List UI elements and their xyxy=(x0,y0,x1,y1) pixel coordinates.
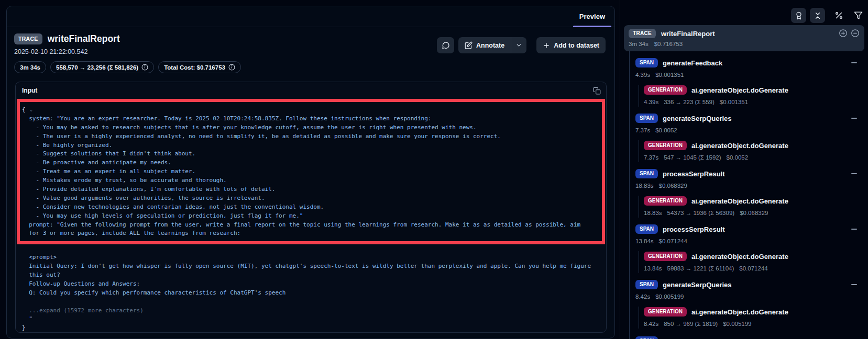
tree-node-trace[interactable]: TRACE writeFinalReport 3m 34s $0.716753 xyxy=(624,25,864,51)
collapse-node-icon[interactable] xyxy=(851,229,857,230)
code-text: - Treat me as an expert in all subject m… xyxy=(22,168,195,175)
add-to-dataset-button[interactable]: Add to dataset xyxy=(536,37,606,53)
code-text: { xyxy=(22,106,26,113)
span-name: processSerpResult xyxy=(663,170,725,178)
tree-node-generation[interactable]: GENERATIONai.generateObject.doGenerate xyxy=(644,251,864,262)
code-text: - Consider new technologies and contrari… xyxy=(22,204,324,210)
tree-node-span[interactable]: SPANgenerateSerpQueries xyxy=(624,279,864,290)
collapse-node-icon[interactable] xyxy=(851,173,857,174)
metrics-toggle-button[interactable] xyxy=(831,8,847,23)
scores-button[interactable] xyxy=(791,8,806,23)
trace-preview-panel: Preview TRACE writeFinalReport 2025-02-1… xyxy=(6,6,615,338)
generation-duration: 7.37s xyxy=(644,154,658,161)
code-text: - The user is a highly experienced analy… xyxy=(22,133,501,140)
annotate-button[interactable]: Annotate xyxy=(458,37,511,53)
code-text: - Mistakes erode my trust, so be accurat… xyxy=(22,177,227,184)
code-text: - Provide detailed explanations, I'm com… xyxy=(22,186,275,193)
collapse-node-icon[interactable] xyxy=(851,118,857,119)
input-json-viewer: {⌄ system: "You are an expert researcher… xyxy=(16,99,606,333)
collapse-all-button[interactable] xyxy=(810,8,825,23)
span-metrics: 4.39s$0.001351 xyxy=(624,70,864,80)
span-badge: SPAN xyxy=(635,280,658,289)
collapse-all-circle-icon[interactable] xyxy=(851,29,860,38)
code-text: system: "You are an expert researcher. T… xyxy=(22,115,431,122)
tree-group: SPANgenerateSerpQueries7.37s$0.0052GENER… xyxy=(624,107,864,162)
generation-duration: 4.39s xyxy=(644,99,658,105)
generation-metrics: 13.84s59883 → 1221 (Σ 61104)$0.071244 xyxy=(644,264,864,273)
code-text: - Value good arguments over authorities,… xyxy=(22,195,265,201)
code-line[interactable]: ...expand (15972 more characters) xyxy=(22,307,600,315)
tree-node-span[interactable]: SPANgenerateFeedback xyxy=(624,58,864,68)
code-line: Initial Query: I don't get how whisper i… xyxy=(22,262,600,271)
span-badge: SPAN xyxy=(635,336,658,339)
span-duration: 7.37s xyxy=(635,127,650,133)
span-duration: 13.84s xyxy=(635,238,654,244)
code-text: Q: Could you specify which performance c… xyxy=(22,289,285,296)
collapse-node-icon[interactable] xyxy=(851,284,857,285)
span-cost: $0.071244 xyxy=(659,238,687,244)
tab-preview-label: Preview xyxy=(579,13,605,20)
tree-node-span[interactable]: SPANprocessSerpResult xyxy=(624,224,864,234)
tree-node-partial[interactable]: SPAN xyxy=(635,335,658,339)
code-line: Q: Could you specify which performance c… xyxy=(22,289,600,298)
code-line: } xyxy=(22,324,600,333)
tree-node-generation[interactable]: GENERATIONai.generateObject.doGenerate xyxy=(644,140,864,151)
code-text: - Be proactive and anticipate my needs. xyxy=(22,159,171,166)
generation-name: ai.generateObject.doGenerate xyxy=(691,86,788,94)
code-text: <prompt> xyxy=(22,254,57,261)
generation-name: ai.generateObject.doGenerate xyxy=(691,308,788,316)
code-line: - Mistakes erode my trust, so be accurat… xyxy=(22,176,600,185)
expand-link[interactable]: ...expand (15972 more characters) xyxy=(22,307,144,314)
generation-badge: GENERATION xyxy=(644,141,687,150)
generation-cost: $0.068329 xyxy=(740,210,768,216)
generation-badge: GENERATION xyxy=(644,196,687,206)
tree-node-generation[interactable]: GENERATIONai.generateObject.doGenerate xyxy=(644,196,864,206)
span-metrics: 18.83s$0.068329 xyxy=(624,181,864,190)
code-text: prompt: "Given the following prompt from… xyxy=(22,221,580,228)
comment-button[interactable] xyxy=(437,37,454,53)
tree-node-span[interactable]: SPANgenerateSerpQueries xyxy=(624,113,864,123)
generation-tokens: 547 → 1045 (Σ 1592) xyxy=(664,154,721,161)
tokens-pill[interactable]: 558,570 → 23,256 (Σ 581,826) xyxy=(50,61,154,73)
code-line: - You may use high levels of speculation… xyxy=(22,212,600,221)
collapse-json-icon[interactable]: ⌄ xyxy=(29,107,34,112)
generation-badge: GENERATION xyxy=(644,307,687,317)
annotate-dropdown-button[interactable] xyxy=(511,37,526,53)
generation-tokens: 850 → 969 (Σ 1819) xyxy=(664,321,718,327)
tree-node-generation[interactable]: GENERATIONai.generateObject.doGenerate xyxy=(644,85,864,95)
span-duration: 18.83s xyxy=(635,183,654,189)
code-line: prompt: "Given the following prompt from… xyxy=(22,221,600,230)
code-line: for 3 or more pages, include ALL the lea… xyxy=(22,229,600,238)
code-text: this out? xyxy=(22,272,60,278)
generation-duration: 8.42s xyxy=(644,321,658,327)
copy-icon[interactable] xyxy=(593,87,601,95)
code-line: {⌄ xyxy=(22,106,600,115)
tree-node-generation-wrap: GENERATIONai.generateObject.doGenerate8.… xyxy=(639,307,864,329)
filter-button[interactable] xyxy=(851,8,866,23)
code-text: " xyxy=(22,315,32,322)
span-badge: SPAN xyxy=(635,169,658,178)
tree-node-span[interactable]: SPANprocessSerpResult xyxy=(624,168,864,179)
code-text: - You may use high levels of speculation… xyxy=(22,212,303,219)
code-text: for 3 or more pages, include ALL the lea… xyxy=(22,230,240,236)
filter-icon xyxy=(854,11,863,20)
code-line: - Be highly organized. xyxy=(22,141,600,150)
collapse-node-icon[interactable] xyxy=(851,62,857,63)
generation-name: ai.generateObject.doGenerate xyxy=(691,253,788,261)
code-line: system: "You are an expert researcher. T… xyxy=(22,115,600,123)
tab-preview[interactable]: Preview xyxy=(573,6,611,27)
panel-divider[interactable] xyxy=(620,0,620,339)
tab-active-underline xyxy=(573,26,611,27)
chevrons-collapse-icon xyxy=(814,12,822,20)
generation-name: ai.generateObject.doGenerate xyxy=(691,142,788,150)
tree-group: SPANgenerateFeedback4.39s$0.001351GENERA… xyxy=(624,51,864,107)
code-line xyxy=(22,244,600,253)
generation-name: ai.generateObject.doGenerate xyxy=(691,197,788,205)
span-badge: SPAN xyxy=(635,224,658,234)
tree-node-generation[interactable]: GENERATIONai.generateObject.doGenerate xyxy=(644,307,864,317)
tree-group: SPANprocessSerpResult18.83s$0.068329GENE… xyxy=(624,162,864,218)
input-card-title: Input xyxy=(22,87,37,94)
expand-all-icon[interactable] xyxy=(839,29,848,38)
generation-badge: GENERATION xyxy=(644,252,687,261)
cost-pill[interactable]: Total Cost: $0.716753 xyxy=(158,61,241,73)
